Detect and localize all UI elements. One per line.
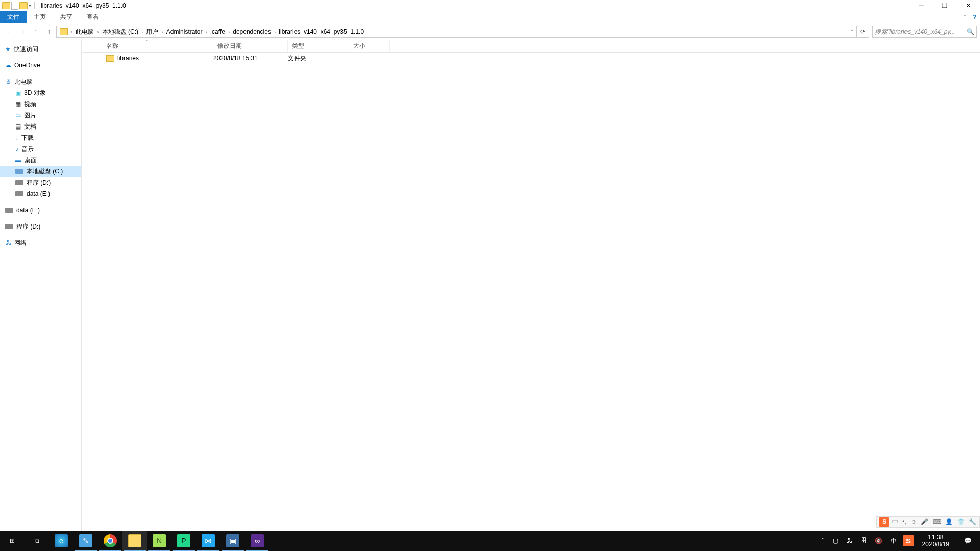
crumb-sep-icon[interactable]: › [227,29,231,35]
ime-tool-icon[interactable]: 🔧 [968,518,977,525]
sidebar-item-onedrive[interactable]: ☁OneDrive [0,60,81,71]
sidebar-item-quickaccess[interactable]: ★快速访问 [0,43,81,55]
desktop-icon: ▬ [15,157,21,164]
tray-network-icon[interactable]: 🖧 [844,537,854,544]
file-row[interactable]: libraries 2020/8/18 15:31 文件夹 [82,53,980,64]
start-button[interactable]: ⊞ [0,531,24,551]
navigation-bar: ← → ˅ ↑ › 此电脑› 本地磁盘 (C:)› 用户› Administra… [0,23,980,40]
minimize-button[interactable]: ─ [910,0,933,11]
ime-emoji-icon[interactable]: ☺ [910,518,918,525]
sidebar-item-drive-c[interactable]: 本地磁盘 (C:) [0,166,81,177]
tray-volume-icon[interactable]: 🔇 [873,537,885,544]
tab-home[interactable]: 主页 [27,11,53,23]
taskbar-app-wordpad[interactable]: ✎ [74,531,98,551]
forward-button[interactable]: → [16,26,29,38]
crumb-sep-icon[interactable]: › [70,29,74,35]
taskbar-app-generic[interactable]: ▣ [220,531,245,551]
crumb[interactable]: 用户 [144,28,160,36]
crumb-sep-icon[interactable]: › [140,29,144,35]
tray-overflow-icon[interactable]: ˄ [819,537,826,544]
title-bar[interactable]: ▾ libraries_v140_x64_py35_1.1.0 ─ ❐ ✕ [0,0,980,11]
sidebar-item-downloads[interactable]: ↓下载 [0,132,81,143]
sidebar-item-thispc[interactable]: 🖥此电脑 [0,76,81,87]
qat-newfolder-icon[interactable] [19,2,28,9]
close-button[interactable]: ✕ [957,0,980,11]
taskview-button[interactable]: ⧉ [24,531,49,551]
sidebar-item-videos[interactable]: ▦视频 [0,98,81,110]
navigation-pane[interactable]: ★快速访问 ☁OneDrive 🖥此电脑 ▣3D 对象 ▦视频 ▭图片 ▤文档 … [0,40,82,539]
tray-notifications-icon[interactable]: 💬 [958,531,978,551]
taskbar-app-notepadpp[interactable]: N [147,531,172,551]
qat-properties-icon[interactable] [11,2,18,10]
drive-icon [15,180,23,185]
sogou-icon[interactable]: S [879,517,889,527]
sidebar-item-3dobjects[interactable]: ▣3D 对象 [0,87,81,98]
window-title: libraries_v140_x64_py35_1.1.0 [41,2,126,9]
recent-dropdown-icon[interactable]: ˅ [30,26,42,38]
ime-lang-icon[interactable]: 中 [891,518,899,527]
up-button[interactable]: ↑ [43,26,55,38]
crumb[interactable]: 此电脑 [74,28,96,36]
sidebar-item-drive-d2[interactable]: 程序 (D:) [0,221,81,232]
qat-dropdown-icon[interactable]: ▾ [29,3,31,8]
taskbar-app-chrome[interactable] [98,531,122,551]
search-input[interactable]: 搜索"libraries_v140_x64_py... 🔍 [872,26,977,38]
taskbar-app-pycharm[interactable]: P [172,531,196,551]
address-dropdown-icon[interactable]: ˅ [848,29,856,35]
column-header-date[interactable]: 修改日期 [213,40,288,52]
taskbar-app-vs[interactable]: ∞ [245,531,270,551]
tray-clock[interactable]: 11:38 2020/8/19 [918,534,953,548]
tray-tablet-icon[interactable]: ▢ [830,537,840,544]
sidebar-item-drive-e[interactable]: data (E:) [0,188,81,199]
tab-share[interactable]: 共享 [53,11,80,23]
ime-keyboard-icon[interactable]: ⌨ [932,518,942,525]
star-icon: ★ [5,45,11,53]
back-button[interactable]: ← [3,26,15,38]
sidebar-item-drive-d[interactable]: 程序 (D:) [0,177,81,188]
crumb-sep-icon[interactable]: › [96,29,100,35]
crumb-sep-icon[interactable]: › [273,29,277,35]
ribbon-tabs: 文件 主页 共享 查看 ˅ ? [0,11,980,23]
sidebar-item-drive-e2[interactable]: data (E:) [0,205,81,216]
crumb[interactable]: Administrator [164,28,205,35]
ime-punct-icon[interactable]: •, [901,518,908,525]
sidebar-item-documents[interactable]: ▤文档 [0,121,81,132]
taskbar-app-vscode[interactable]: ⋈ [196,531,220,551]
column-header-type[interactable]: 类型 [288,40,349,52]
crumb[interactable]: .caffe [208,28,227,35]
clock-time: 11:38 [922,534,949,541]
column-header-name[interactable]: ˄名称 [82,40,213,52]
search-icon[interactable]: 🔍 [967,28,974,35]
drive-icon [5,208,13,213]
crumb-sep-icon[interactable]: › [160,29,164,35]
crumb[interactable]: libraries_v140_x64_py35_1.1.0 [277,28,366,35]
tab-file[interactable]: 文件 [0,11,27,23]
taskbar[interactable]: ⊞ ⧉ e ✎ N P ⋈ ▣ ∞ ˄ ▢ 🖧 🗄 🔇 中 S 11:38 20… [0,531,980,551]
column-headers: ˄名称 修改日期 类型 大小 [82,40,980,53]
ime-voice-icon[interactable]: 🎤 [920,518,929,525]
download-icon: ↓ [15,134,18,141]
ime-user-icon[interactable]: 👤 [944,518,954,525]
tab-view[interactable]: 查看 [80,11,106,23]
address-bar[interactable]: › 此电脑› 本地磁盘 (C:)› 用户› Administrator› .ca… [56,26,869,38]
vscode-icon: ⋈ [202,534,215,547]
sidebar-item-pictures[interactable]: ▭图片 [0,110,81,121]
ime-skin-icon[interactable]: 👕 [956,518,966,525]
tray-battery-icon[interactable]: 🗄 [859,537,869,544]
maximize-button[interactable]: ❐ [933,0,957,11]
tray-ime-icon[interactable]: 中 [889,537,899,545]
taskbar-app-explorer[interactable] [122,531,147,551]
crumb[interactable]: 本地磁盘 (C:) [100,28,140,36]
sidebar-item-music[interactable]: ♪音乐 [0,143,81,155]
crumb[interactable]: dependencies [231,28,273,35]
crumb-sep-icon[interactable]: › [204,29,208,35]
help-icon[interactable]: ? [970,11,980,23]
tray-sogou-icon[interactable]: S [903,535,914,546]
column-header-size[interactable]: 大小 [349,40,390,52]
ribbon-collapse-icon[interactable]: ˅ [960,11,970,23]
sidebar-item-network[interactable]: 🖧网络 [0,237,81,248]
ime-floating-bar[interactable]: S 中 •, ☺ 🎤 ⌨ 👤 👕 🔧 [876,516,980,528]
sidebar-item-desktop[interactable]: ▬桌面 [0,155,81,166]
refresh-button[interactable]: ⟳ [856,26,868,37]
taskbar-app-ie[interactable]: e [49,531,74,551]
